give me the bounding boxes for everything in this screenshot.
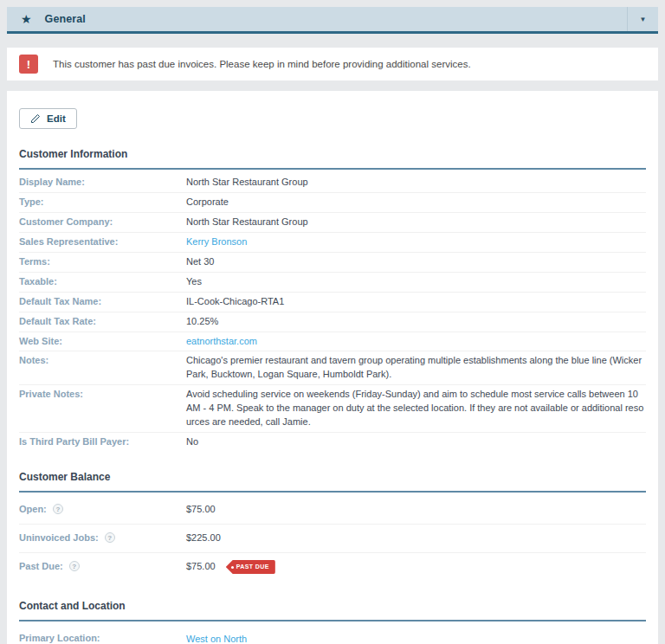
- row-value: Yes: [186, 275, 646, 289]
- chevron-down-icon: ▼: [640, 16, 647, 23]
- past-due-badge: PAST DUE: [226, 560, 275, 574]
- section-heading-customer-balance: Customer Balance: [19, 471, 646, 483]
- row-label: Customer Company:: [19, 216, 186, 229]
- alert-message: This customer has past due invoices. Ple…: [53, 59, 471, 69]
- customer-information-table: Display Name: North Star Restaurant Grou…: [19, 173, 646, 452]
- help-icon[interactable]: ?: [105, 532, 115, 543]
- row-label: Past Due:: [19, 561, 63, 571]
- customer-detail-panel: Edit Customer Information Display Name: …: [7, 91, 658, 644]
- row-value: IL-Cook-Chicago-RTA1: [186, 295, 646, 309]
- table-row-notes: Notes: Chicago's premier restaurant and …: [19, 351, 646, 385]
- section-heading-contact-and-location: Contact and Location: [19, 600, 646, 612]
- row-value: $75.00: [186, 503, 646, 517]
- row-value: Avoid scheduling service on weekends (Fr…: [186, 388, 646, 429]
- row-label: Web Site:: [19, 335, 186, 349]
- table-row-terms: Terms: Net 30: [19, 253, 646, 273]
- table-row-sales-representative: Sales Representative: Kerry Bronson: [19, 233, 646, 253]
- table-row-primary-location: Primary Location: West on North 2200 Wes…: [19, 625, 646, 644]
- row-value: $75.00: [186, 561, 216, 571]
- row-label: Uninvoiced Jobs:: [19, 532, 99, 543]
- table-row-default-tax-name: Default Tax Name: IL-Cook-Chicago-RTA1: [19, 293, 646, 312]
- table-row-display-name: Display Name: North Star Restaurant Grou…: [19, 173, 646, 193]
- row-label: Default Tax Rate:: [19, 315, 186, 329]
- row-value: Net 30: [186, 255, 646, 269]
- contact-location-table: Primary Location: West on North 2200 Wes…: [19, 625, 646, 644]
- location-name-link[interactable]: West on North: [186, 632, 646, 644]
- pencil-icon: [30, 113, 41, 124]
- favorite-star-icon[interactable]: ★: [21, 12, 32, 26]
- website-link[interactable]: eatnorthstar.com: [186, 336, 257, 346]
- edit-button-label: Edit: [47, 113, 66, 124]
- row-label: Notes:: [19, 354, 186, 382]
- row-value: 10.25%: [186, 315, 646, 329]
- sales-representative-link[interactable]: Kerry Bronson: [186, 236, 247, 247]
- row-label: Sales Representative:: [19, 235, 186, 249]
- row-value: $225.00: [186, 531, 646, 545]
- row-label: Open:: [19, 504, 47, 514]
- row-label: Taxable:: [19, 275, 186, 289]
- section-title-general: General: [45, 13, 86, 25]
- customer-balance-table: Open: ? $75.00 Uninvoiced Jobs: ? $225.0…: [19, 496, 646, 581]
- row-value: North Star Restaurant Group: [186, 176, 646, 190]
- row-label: Default Tax Name:: [19, 295, 186, 309]
- table-row-third-party-bill-payer: Is Third Party Bill Payer: No: [19, 433, 646, 452]
- table-row-default-tax-rate: Default Tax Rate: 10.25%: [19, 312, 646, 332]
- row-label: Terms:: [19, 255, 186, 269]
- row-label: Private Notes:: [19, 388, 186, 429]
- table-row-web-site: Web Site: eatnorthstar.com: [19, 332, 646, 352]
- general-section-header[interactable]: ★ General ▼: [7, 7, 658, 34]
- edit-button[interactable]: Edit: [19, 108, 77, 129]
- warning-icon: !: [19, 55, 38, 74]
- row-label: Primary Location:: [19, 632, 186, 644]
- section-divider: [19, 168, 646, 170]
- row-value: Chicago's premier restaurant and tavern …: [186, 354, 646, 382]
- table-row-customer-company: Customer Company: North Star Restaurant …: [19, 213, 646, 233]
- table-row-uninvoiced-jobs: Uninvoiced Jobs: ? $225.00: [19, 525, 646, 553]
- section-divider: [19, 620, 646, 621]
- table-row-past-due: Past Due: ? $75.00 PAST DUE: [19, 553, 646, 581]
- table-row-private-notes: Private Notes: Avoid scheduling service …: [19, 385, 646, 433]
- row-value: No: [186, 435, 646, 449]
- row-label: Type:: [19, 196, 186, 209]
- table-row-open-balance: Open: ? $75.00: [19, 496, 646, 525]
- past-due-alert: ! This customer has past due invoices. P…: [7, 48, 658, 80]
- section-heading-customer-information: Customer Information: [19, 148, 646, 160]
- section-divider: [19, 491, 646, 493]
- row-value: North Star Restaurant Group: [186, 216, 646, 229]
- row-label: Is Third Party Bill Payer:: [19, 435, 186, 449]
- help-icon[interactable]: ?: [53, 504, 63, 514]
- page: ★ General ▼ ! This customer has past due…: [0, 0, 665, 644]
- table-row-taxable: Taxable: Yes: [19, 273, 646, 293]
- help-icon[interactable]: ?: [69, 561, 80, 571]
- row-value: Corporate: [186, 196, 646, 209]
- row-label: Display Name:: [19, 176, 186, 190]
- table-row-type: Type: Corporate: [19, 193, 646, 213]
- collapse-toggle[interactable]: ▼: [627, 7, 658, 31]
